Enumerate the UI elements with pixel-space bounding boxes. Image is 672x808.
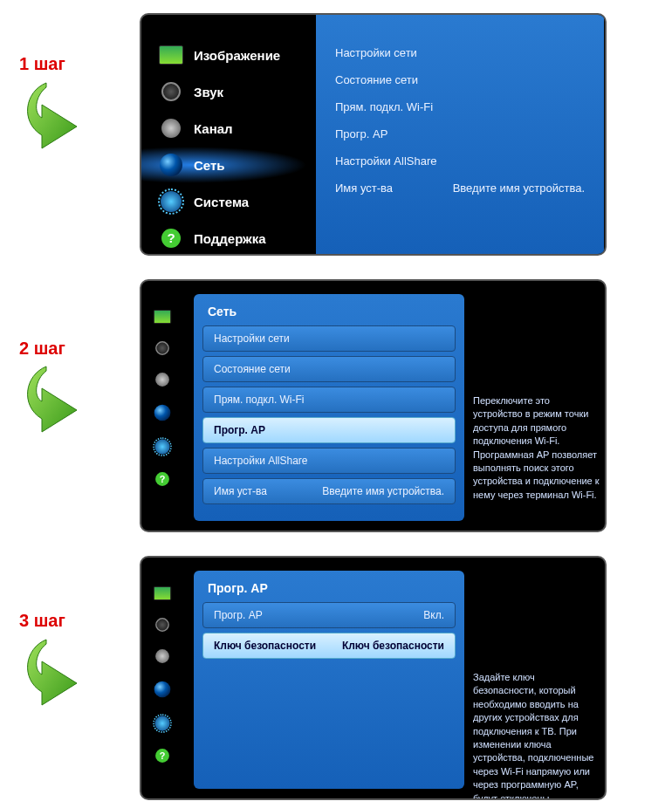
devicename-value: Введите имя устройства. bbox=[453, 181, 585, 195]
network-icon[interactable] bbox=[154, 405, 171, 421]
menu-row-devicename[interactable]: Имя уст-ва Введите имя устройства. bbox=[202, 478, 456, 504]
sidebar-item-system[interactable]: Система bbox=[141, 183, 307, 220]
sidebar-label: Звук bbox=[194, 85, 223, 99]
system-icon[interactable] bbox=[154, 439, 169, 454]
row-label: Состояние сети bbox=[214, 363, 291, 375]
row-value: Вкл. bbox=[423, 609, 444, 621]
row-label: Прогр. AP bbox=[214, 424, 265, 436]
sound-icon bbox=[161, 82, 181, 101]
sidebar-item-sound[interactable]: Звук bbox=[141, 73, 307, 110]
submenu-item[interactable]: Состояние сети bbox=[332, 66, 588, 93]
tv-menu-step1: Изображение Звук Канал Сеть Система ? По… bbox=[140, 13, 607, 256]
menu-row-network-status[interactable]: Состояние сети bbox=[202, 356, 456, 382]
row-label: Прогр. AP bbox=[214, 609, 263, 621]
picture-icon[interactable] bbox=[154, 586, 171, 600]
step3-arrow-icon bbox=[16, 635, 103, 714]
network-submenu: Настройки сети Состояние сети Прям. подк… bbox=[316, 15, 604, 254]
sidebar-label: Изображение bbox=[194, 48, 280, 63]
step2-label: 2 шаг bbox=[19, 339, 65, 359]
system-icon bbox=[161, 191, 182, 212]
sidebar-item-network[interactable]: Сеть bbox=[141, 147, 307, 183]
row-label: Настройки сети bbox=[214, 332, 290, 345]
row-value: Введите имя устройства. bbox=[322, 485, 444, 497]
picture-icon bbox=[159, 45, 183, 65]
sidebar-label: Система bbox=[194, 195, 249, 209]
sidebar-label: Поддержка bbox=[194, 231, 266, 246]
channel-icon[interactable] bbox=[155, 373, 169, 387]
help-text: Задайте ключ безопасности, который необх… bbox=[473, 671, 600, 800]
submenu-item[interactable]: Прям. подкл. Wi-Fi bbox=[332, 93, 588, 120]
system-icon[interactable] bbox=[154, 716, 169, 730]
support-icon[interactable]: ? bbox=[155, 749, 169, 763]
sidebar-item-picture[interactable]: Изображение bbox=[141, 37, 307, 73]
menu-row-soft-ap[interactable]: Прогр. AP bbox=[202, 417, 456, 443]
submenu-item-devicename[interactable]: Имя уст-ва Введите имя устройства. bbox=[332, 175, 588, 202]
channel-icon bbox=[161, 119, 181, 138]
sidebar-label: Канал bbox=[194, 121, 233, 136]
sidebar-item-channel[interactable]: Канал bbox=[141, 110, 307, 147]
network-icon bbox=[160, 154, 182, 176]
help-text: Переключите это устройство в режим точки… bbox=[473, 394, 600, 502]
sidebar-item-support[interactable]: ? Поддержка bbox=[141, 220, 307, 256]
step1-label: 1 шаг bbox=[19, 54, 65, 74]
main-sidebar: Изображение Звук Канал Сеть Система ? По… bbox=[141, 15, 307, 254]
step2-arrow-icon bbox=[16, 362, 103, 441]
step1-arrow-icon bbox=[16, 79, 103, 157]
sidebar-label: Сеть bbox=[194, 158, 225, 173]
menu-row-allshare[interactable]: Настройки AllShare bbox=[202, 448, 456, 474]
submenu-item[interactable]: Настройки AllShare bbox=[332, 147, 588, 175]
sound-icon[interactable] bbox=[155, 618, 169, 632]
sound-icon[interactable] bbox=[155, 341, 169, 355]
submenu-item[interactable]: Прогр. AP bbox=[332, 120, 588, 147]
submenu-item[interactable]: Настройки сети bbox=[332, 39, 588, 66]
channel-icon[interactable] bbox=[155, 649, 169, 663]
menu-title: Прогр. AP bbox=[202, 578, 456, 602]
row-label: Ключ безопасности bbox=[214, 640, 316, 652]
menu-row-softap-toggle[interactable]: Прогр. AP Вкл. bbox=[202, 602, 456, 628]
iconbar: ? bbox=[141, 558, 183, 798]
menu-row-network-settings[interactable]: Настройки сети bbox=[202, 325, 456, 352]
softap-menu: Прогр. AP Прогр. AP Вкл. Ключ безопаснос… bbox=[194, 571, 464, 789]
row-label: Настройки AllShare bbox=[214, 455, 308, 467]
support-icon[interactable]: ? bbox=[155, 472, 169, 486]
iconbar: ? bbox=[141, 281, 183, 531]
support-icon: ? bbox=[161, 229, 181, 248]
tv-menu-step3: ? Прогр. AP Прогр. AP Вкл. Ключ безопасн… bbox=[140, 556, 607, 800]
step3-label: 3 шаг bbox=[19, 611, 65, 631]
tv-menu-step2: ? Сеть Настройки сети Состояние сети Пря… bbox=[140, 279, 607, 532]
devicename-label: Имя уст-ва bbox=[335, 181, 393, 195]
row-label: Имя уст-ва bbox=[214, 485, 267, 497]
row-label: Прям. подкл. Wi-Fi bbox=[214, 394, 305, 406]
menu-title: Сеть bbox=[202, 301, 456, 325]
network-icon[interactable] bbox=[154, 681, 171, 698]
menu-row-security-key[interactable]: Ключ безопасности Ключ безопасности bbox=[202, 633, 456, 659]
network-menu: Сеть Настройки сети Состояние сети Прям.… bbox=[194, 294, 464, 521]
row-value: Ключ безопасности bbox=[342, 640, 444, 652]
picture-icon[interactable] bbox=[154, 310, 171, 324]
menu-row-wifi-direct[interactable]: Прям. подкл. Wi-Fi bbox=[202, 387, 456, 413]
